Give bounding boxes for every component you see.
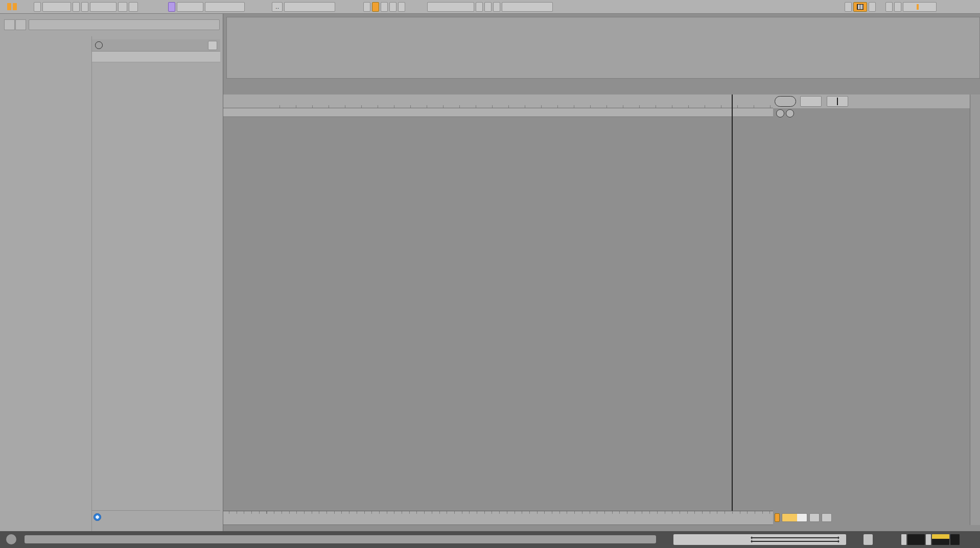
cpu-bar-icon bbox=[917, 4, 919, 10]
next-locator-button[interactable] bbox=[786, 109, 794, 117]
zoom-width-button[interactable] bbox=[822, 513, 832, 522]
add-track-button[interactable] bbox=[363, 2, 370, 12]
key-signature-icon[interactable] bbox=[168, 2, 175, 12]
device-thumbnail[interactable] bbox=[932, 534, 949, 545]
browser-forward-button[interactable] bbox=[15, 19, 26, 30]
live-logo-icon[interactable] bbox=[7, 3, 18, 10]
piano-icon bbox=[857, 4, 864, 10]
cable-line-icon bbox=[751, 537, 839, 538]
tap-tempo-button[interactable] bbox=[34, 2, 41, 12]
vertical-scrollbar[interactable] bbox=[970, 94, 980, 525]
scrub-area[interactable] bbox=[223, 108, 773, 117]
arrangement-view bbox=[223, 14, 980, 531]
playhead[interactable] bbox=[732, 94, 733, 511]
cpu-meter[interactable] bbox=[903, 2, 937, 12]
device-thumbnail[interactable] bbox=[901, 534, 906, 545]
device-thumbnail[interactable] bbox=[950, 534, 960, 545]
zoom-height-button[interactable] bbox=[809, 513, 820, 522]
nudge-up-button[interactable] bbox=[81, 2, 88, 12]
info-icon[interactable] bbox=[6, 534, 16, 544]
quantize-selector[interactable] bbox=[129, 2, 138, 12]
status-bar bbox=[0, 531, 980, 548]
zoom-factor-field[interactable] bbox=[782, 513, 807, 522]
tempo-field[interactable] bbox=[42, 2, 71, 12]
ruler-buttons-area bbox=[773, 94, 980, 108]
prev-locator-button[interactable] bbox=[776, 109, 784, 117]
follow-button[interactable]: ‥ bbox=[272, 2, 283, 12]
track-area bbox=[223, 123, 980, 472]
filters-edit-button[interactable] bbox=[208, 41, 217, 50]
computer-midi-keyboard-button[interactable] bbox=[853, 2, 867, 12]
device-chain-strip[interactable] bbox=[673, 534, 846, 545]
automation-mode-button[interactable] bbox=[372, 2, 379, 12]
browser-back-button[interactable] bbox=[4, 19, 15, 30]
arrangement-overview[interactable] bbox=[226, 17, 980, 79]
bar-ruler[interactable] bbox=[223, 94, 773, 108]
filters-play-icon[interactable] bbox=[95, 41, 103, 49]
time-signature-field[interactable] bbox=[90, 2, 116, 12]
draw-locator-button[interactable] bbox=[800, 96, 822, 107]
file-list bbox=[92, 62, 220, 511]
search-input[interactable] bbox=[29, 19, 220, 30]
loop-length-display[interactable] bbox=[502, 2, 553, 12]
arrangement-position-display[interactable] bbox=[284, 2, 335, 12]
zoom-controls bbox=[775, 512, 834, 522]
loop-icon[interactable] bbox=[484, 2, 492, 12]
main-toolbar: ‥ bbox=[0, 0, 980, 14]
audition-icon[interactable] bbox=[775, 513, 780, 522]
draw-mode-button[interactable] bbox=[845, 2, 852, 12]
loop-switch-button[interactable] bbox=[398, 2, 405, 12]
punch-out-button[interactable] bbox=[493, 2, 500, 12]
lock-icon bbox=[837, 98, 838, 105]
name-column-header[interactable] bbox=[92, 52, 220, 62]
lock-envelopes-button[interactable] bbox=[827, 96, 848, 107]
browser-status-icon[interactable] bbox=[94, 513, 101, 521]
selected-clip-name[interactable] bbox=[864, 534, 873, 545]
time-ruler[interactable] bbox=[223, 511, 773, 525]
device-thumbnail[interactable] bbox=[926, 534, 931, 545]
browser-file-pane bbox=[92, 36, 223, 531]
sample-rate-display bbox=[894, 2, 901, 12]
cable-line-icon bbox=[751, 541, 839, 542]
loop-start-display[interactable] bbox=[427, 2, 474, 12]
output-meter-icon[interactable] bbox=[963, 535, 965, 543]
root-note-selector[interactable] bbox=[177, 2, 203, 12]
device-thumbnail[interactable] bbox=[907, 534, 925, 545]
set-locator-button[interactable] bbox=[775, 96, 796, 107]
scale-selector[interactable] bbox=[205, 2, 245, 12]
groove-amount-selector[interactable] bbox=[118, 2, 127, 12]
browser-sidebar bbox=[0, 36, 92, 531]
back-to-arrangement-button[interactable] bbox=[381, 2, 388, 12]
filters-row[interactable] bbox=[92, 39, 220, 52]
horizontal-scrollbar[interactable] bbox=[25, 535, 656, 543]
fade-icon[interactable] bbox=[476, 2, 483, 12]
punch-in-button[interactable] bbox=[389, 2, 396, 12]
browser-panel bbox=[0, 14, 223, 531]
midi-map-button[interactable] bbox=[885, 2, 893, 12]
nudge-down-button[interactable] bbox=[73, 2, 80, 12]
key-map-button[interactable] bbox=[869, 2, 876, 12]
